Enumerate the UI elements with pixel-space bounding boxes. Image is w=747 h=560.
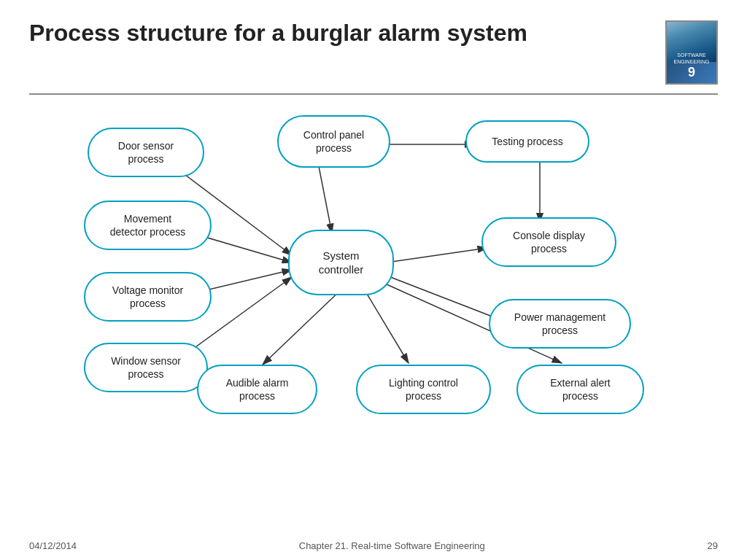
- svg-line-8: [387, 248, 487, 262]
- diagram: Door sensor process Movement detector pr…: [29, 95, 718, 524]
- node-external-alert: External alert process: [516, 365, 644, 414]
- node-power-management: Power management process: [489, 299, 631, 349]
- svg-line-9: [387, 276, 503, 321]
- node-window-sensor: Window sensor process: [84, 343, 208, 392]
- book-number: 9: [688, 65, 695, 80]
- node-lighting-control: Lighting control process: [356, 365, 491, 414]
- svg-line-10: [263, 288, 343, 365]
- footer-chapter: Chapter 21. Real-time Software Engineeri…: [299, 540, 485, 551]
- node-testing: Testing process: [465, 120, 589, 163]
- node-movement-detector: Movement detector process: [84, 201, 212, 250]
- node-control-panel: Control panel process: [277, 115, 390, 168]
- footer-page: 29: [708, 540, 718, 551]
- footer-date: 04/12/2014: [29, 540, 77, 551]
- node-voltage-monitor: Voltage monitor process: [84, 272, 212, 322]
- svg-line-5: [317, 159, 332, 233]
- book-cover: SOFTWARE ENGINEERING 9: [665, 20, 718, 85]
- page-title: Process structure for a burglar alarm sy…: [29, 20, 527, 46]
- footer: 04/12/2014 Chapter 21. Real-time Softwar…: [0, 531, 747, 560]
- node-audible-alarm: Audible alarm process: [197, 365, 317, 414]
- book-cover-text: SOFTWARE ENGINEERING: [670, 52, 713, 65]
- svg-line-11: [365, 290, 409, 363]
- node-system-controller: System controller: [288, 230, 394, 295]
- header: Process structure for a burglar alarm sy…: [0, 0, 747, 85]
- node-console-display: Console display process: [481, 217, 616, 267]
- node-door-sensor: Door sensor process: [88, 128, 204, 177]
